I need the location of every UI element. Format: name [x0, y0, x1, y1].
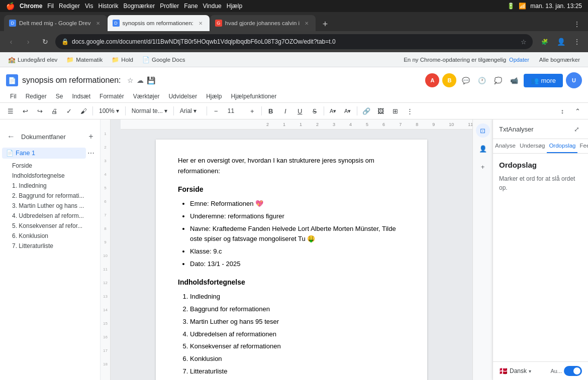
spellcheck-button[interactable]: ✓ [62, 104, 75, 117]
tab-ordopslag[interactable]: Ordopslag [547, 139, 577, 153]
back-button[interactable]: ‹ [4, 35, 18, 49]
auto-toggle[interactable] [564, 366, 582, 376]
docs-menu-indsaet[interactable]: Indsæt [68, 91, 94, 101]
menu-vis[interactable]: Vis [85, 3, 93, 10]
outline-forside[interactable]: Forside [0, 161, 100, 171]
extensions-button[interactable]: 🧩 [538, 35, 552, 49]
tab-drive-close[interactable]: ✕ [94, 19, 102, 27]
tab-search-button[interactable]: ⋮ [570, 17, 584, 31]
image-button[interactable]: 🖼 [374, 104, 387, 117]
bookmark-matematik[interactable]: 📁 Matematik [62, 55, 107, 65]
undo-button[interactable]: ↩ [19, 104, 32, 117]
collapse-button[interactable]: ⌃ [571, 104, 584, 117]
fane1-tab[interactable]: 📄 Fane 1 [2, 148, 86, 159]
txt-panel-expand-button[interactable]: ⤢ [571, 123, 582, 135]
bookmark-star-icon[interactable]: ☆ [521, 38, 527, 46]
new-tab-button[interactable]: + [318, 17, 332, 31]
tab-calvin[interactable]: G hvad gjorde johannes calvin i ✕ [210, 15, 316, 31]
chat-icon[interactable]: 💭 [492, 74, 505, 87]
video-icon[interactable]: 📹 [508, 74, 521, 87]
bookmark-lundegaard[interactable]: 🏫 Lundegård elev [4, 55, 61, 65]
bold-button[interactable]: B [264, 104, 277, 117]
user-avatar-2[interactable]: B [442, 73, 456, 87]
right-panel-add-button[interactable]: + [476, 160, 490, 174]
tab-calvin-close[interactable]: ✕ [303, 19, 311, 27]
back-arrow-button[interactable]: ← [4, 130, 18, 144]
show-ruler-button[interactable]: ↕ [556, 104, 569, 117]
reload-button[interactable]: ↻ [38, 35, 52, 49]
docs-menu-rediger[interactable]: Rediger [22, 91, 51, 101]
menu-profiler[interactable]: Profiler [160, 3, 179, 10]
paint-format-button[interactable]: 🖌 [77, 104, 90, 117]
tab-undersoeg[interactable]: Undersøg [518, 139, 547, 153]
text-color-button[interactable]: A▾ [341, 104, 354, 117]
forward-button[interactable]: › [21, 35, 35, 49]
docs-menu-hjaelp[interactable]: Hjælp [202, 91, 226, 101]
share-button[interactable]: 👥 more [524, 74, 563, 87]
docs-menu-vaerktojer[interactable]: Værktøjer [129, 91, 164, 101]
tab-google-drive[interactable]: D Delt med mig - Google Drev ✕ [4, 15, 107, 31]
link-button[interactable]: 🔗 [360, 104, 373, 117]
docs-menu-hjaelpefunktioner[interactable]: Hjælpefunktioner [227, 91, 280, 101]
outline-konsekvenser[interactable]: 5. Konsekvenser af refor... [0, 221, 100, 231]
font-size-minus-button[interactable]: − [210, 104, 223, 117]
menu-fil[interactable]: Fil [47, 3, 54, 10]
font-size-field[interactable]: 11 [224, 106, 244, 116]
menu-fane[interactable]: Fane [184, 3, 198, 10]
outline-litteraturliste[interactable]: 7. Litteraturliste [0, 241, 100, 251]
save-icon[interactable]: 💾 [147, 76, 155, 84]
outline-add-button[interactable]: + [86, 132, 96, 142]
bookmark-all[interactable]: Alle bogmærker [535, 55, 584, 64]
tab-feedback[interactable]: Feedback [577, 139, 588, 153]
tab-analyse[interactable]: Analyse [493, 139, 518, 153]
tab-synopsis-close[interactable]: ✕ [197, 19, 205, 27]
insert-button[interactable]: ⊞ [389, 104, 402, 117]
right-panel-expand-button[interactable]: ⊡ [476, 123, 490, 138]
docs-menu-se[interactable]: Se [52, 91, 67, 101]
menu-bogmaerker[interactable]: Bogmærker [124, 3, 155, 10]
bookmark-googledocs[interactable]: 📄 Google Docs [138, 55, 189, 65]
docs-document-title[interactable]: synopsis om reformationen: [22, 76, 121, 85]
highlight-button[interactable]: A▾ [327, 104, 340, 117]
outline-indholdsfortegnelse[interactable]: Indholdsfortegnelse [0, 171, 100, 181]
fane1-more-button[interactable]: ⋯ [86, 148, 96, 158]
history-icon[interactable]: 🕐 [475, 74, 488, 87]
redo-button[interactable]: ↪ [33, 104, 46, 117]
docs-menu-udvidelser[interactable]: Udvidelser [164, 91, 201, 101]
chrome-menu-button[interactable]: ⋮ [570, 35, 584, 49]
menu-hjaelp[interactable]: Hjælp [227, 3, 242, 10]
docs-menu-formater[interactable]: Formatér [95, 91, 128, 101]
outline-konklusion[interactable]: 6. Konklusion [0, 231, 100, 241]
address-input-container[interactable]: 🔒 docs.google.com/document/d/1l1BwNDtjTB… [55, 34, 533, 49]
bookmark-hold[interactable]: 📁 Hold [108, 55, 137, 65]
my-avatar[interactable]: U [566, 72, 582, 88]
more-button[interactable]: ⋮ [404, 104, 417, 117]
drive-icon[interactable]: ☁ [137, 76, 144, 84]
hamburger-menu-button[interactable]: ☰ [4, 104, 17, 117]
print-button[interactable]: 🖨 [48, 104, 61, 117]
font-size-plus-button[interactable]: + [246, 104, 259, 117]
profile-button[interactable]: 👤 [554, 35, 568, 49]
notification-link[interactable]: Opdater [509, 57, 529, 63]
outline-martin-luther[interactable]: 3. Martin Luther og hans ... [0, 201, 100, 211]
tab-synopsis[interactable]: D synopsis om reformationen: ✕ [108, 15, 210, 31]
zoom-dropdown[interactable]: 100% ▾ [95, 106, 123, 116]
chrome-notification[interactable]: En ny Chrome-opdatering er tilgængelig O… [400, 55, 533, 64]
star-icon[interactable]: ☆ [127, 76, 134, 84]
menu-chrome[interactable]: Chrome [20, 3, 42, 10]
menu-historik[interactable]: Historik [99, 3, 119, 10]
document-canvas[interactable]: 21123456789101112131415161718 Her er en … [111, 119, 472, 380]
docs-menu-fil[interactable]: Fil [6, 91, 21, 101]
strikethrough-button[interactable]: S̶ [308, 104, 321, 117]
outline-udbredelsen[interactable]: 4. Udbredelsen af reform... [0, 211, 100, 221]
italic-button[interactable]: I [279, 104, 292, 117]
menu-rediger[interactable]: Rediger [59, 3, 80, 10]
user-avatar-1[interactable]: A [425, 73, 439, 87]
menu-vindue[interactable]: Vindue [203, 3, 222, 10]
right-panel-profile-button[interactable]: 👤 [476, 142, 490, 156]
apple-logo[interactable]: 🍎 [6, 2, 15, 10]
outline-indledning[interactable]: 1. Indledning [0, 181, 100, 191]
comments-icon[interactable]: 💬 [459, 74, 472, 87]
outline-baggrund[interactable]: 2. Baggrund for reformati... [0, 191, 100, 201]
font-dropdown[interactable]: Arial ▾ [176, 106, 204, 116]
